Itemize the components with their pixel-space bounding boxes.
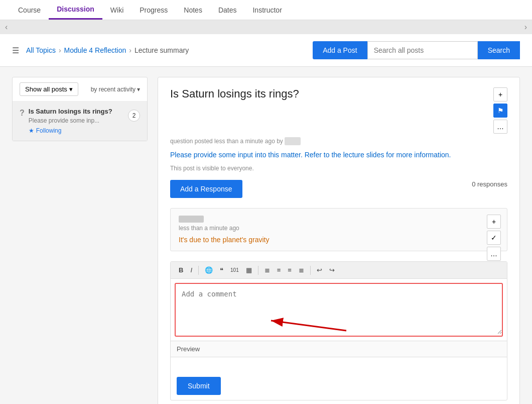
sidebar: Show all posts ▾ by recent activity ▾ ? … <box>12 77 148 141</box>
scroll-left-button[interactable]: ‹ <box>5 23 8 32</box>
tab-course[interactable]: Course <box>10 1 49 19</box>
editor-body <box>171 283 507 337</box>
image-button[interactable]: ▦ <box>243 265 255 275</box>
show-all-posts-button[interactable]: Show all posts ▾ <box>20 82 78 96</box>
post-list-title: Is Saturn losings its rings? <box>29 108 124 115</box>
breadcrumb-current: Lecture summary <box>135 46 189 54</box>
responses-count: 0 responses <box>472 180 507 188</box>
question-icon: ? <box>20 109 25 118</box>
post-actions: + ⚑ … <box>493 87 507 134</box>
editor-preview-label: Preview <box>171 341 507 357</box>
post-list-preview: Please provide some inp... <box>29 117 124 124</box>
response-time: less than a minute ago <box>179 225 499 232</box>
breadcrumb-all-topics[interactable]: All Topics <box>26 46 56 54</box>
header-bar: ☰ All Topics › Module 4 Reflection › Lec… <box>0 34 532 67</box>
submit-button[interactable]: Submit <box>177 377 221 395</box>
post-body: Please provide some input into this matt… <box>170 151 507 159</box>
toolbar-separator-2 <box>258 266 258 275</box>
post-visibility: This post is visible to everyone. <box>170 165 507 172</box>
response-expand-button[interactable]: + <box>487 215 501 229</box>
link-button[interactable]: 🌐 <box>202 265 216 275</box>
ol-button[interactable]: ≣ <box>261 265 273 275</box>
post-count-badge: 2 <box>128 110 140 122</box>
main-layout: Show all posts ▾ by recent activity ▾ ? … <box>0 67 532 404</box>
show-all-label: Show all posts <box>25 85 67 93</box>
preview-area <box>171 357 507 372</box>
italic-button[interactable]: I <box>187 265 195 275</box>
expand-button[interactable]: + <box>493 87 507 102</box>
red-arrow-svg <box>261 311 351 336</box>
chevron-down-icon: ▾ <box>69 85 73 93</box>
tab-discussion[interactable]: Discussion <box>49 0 102 20</box>
bookmark-button[interactable]: ⚑ <box>493 104 507 118</box>
response-text: It's due to the planet's gravity <box>179 236 499 244</box>
ul-button[interactable]: ≡ <box>274 265 284 275</box>
bold-button[interactable]: B <box>176 265 186 275</box>
editor-toolbar: B I 🌐 ❝ 101 ▦ ≣ ≡ ≡ ≣ ↩ ↪ <box>171 262 507 279</box>
breadcrumb-sep-1: › <box>59 46 61 54</box>
post-meta: question posted less than a minute ago b… <box>170 138 507 145</box>
tab-instructor[interactable]: Instructor <box>244 1 290 19</box>
align-full-button[interactable]: ≣ <box>296 265 307 275</box>
star-icon: ★ <box>29 127 34 134</box>
search-button[interactable]: Search <box>478 41 520 59</box>
code-button[interactable]: 101 <box>227 266 242 274</box>
align-left-button[interactable]: ≡ <box>285 265 295 275</box>
add-post-button[interactable]: Add a Post <box>313 41 367 59</box>
following-text: Following <box>36 127 62 134</box>
sidebar-controls: Show all posts ▾ by recent activity ▾ <box>13 77 147 102</box>
breadcrumb-module[interactable]: Module 4 Reflection <box>64 46 126 54</box>
avatar <box>179 216 204 223</box>
menu-icon[interactable]: ☰ <box>12 46 19 55</box>
sort-button[interactable]: by recent activity ▾ <box>91 86 140 93</box>
redo-button[interactable]: ↪ <box>326 265 338 275</box>
scroll-right-button[interactable]: › <box>524 23 527 32</box>
add-response-button[interactable]: Add a Response <box>170 180 242 198</box>
breadcrumb: ☰ All Topics › Module 4 Reflection › Lec… <box>12 46 189 55</box>
breadcrumb-sep-2: › <box>129 46 131 54</box>
search-input[interactable] <box>367 41 478 59</box>
response-check-button[interactable]: ✓ <box>487 231 501 245</box>
svg-line-1 <box>271 321 346 331</box>
following-label: ★ Following <box>29 127 124 134</box>
post-content: Is Saturn losings its rings? Please prov… <box>29 108 124 134</box>
post-title: Is Saturn losings its rings? <box>170 87 299 100</box>
tab-notes[interactable]: Notes <box>176 1 210 19</box>
undo-button[interactable]: ↩ <box>314 265 325 275</box>
post-meta-text: question posted less than a minute ago b… <box>170 138 283 145</box>
tab-dates[interactable]: Dates <box>210 1 245 19</box>
header-right: Add a Post Search <box>313 41 520 59</box>
list-item[interactable]: ? Is Saturn losings its rings? Please pr… <box>13 102 147 141</box>
scroll-hint-bar: ‹ › <box>0 20 532 34</box>
toolbar-separator-3 <box>310 266 311 275</box>
quote-button[interactable]: ❝ <box>217 265 226 275</box>
post-header: Is Saturn losings its rings? + ⚑ … <box>170 87 507 134</box>
content-area: Is Saturn losings its rings? + ⚑ … quest… <box>158 77 520 404</box>
sort-chevron-icon: ▾ <box>137 86 140 93</box>
response-block: less than a minute ago It's due to the p… <box>170 208 507 251</box>
comment-editor: B I 🌐 ❝ 101 ▦ ≣ ≡ ≡ ≣ ↩ ↪ <box>170 261 507 400</box>
sort-label: by recent activity <box>91 86 136 93</box>
tab-progress[interactable]: Progress <box>131 1 176 19</box>
top-nav: Course Discussion Wiki Progress Notes Da… <box>0 0 532 20</box>
post-author <box>285 137 301 145</box>
response-actions: + ✓ … <box>487 215 501 261</box>
response-more-button[interactable]: … <box>487 247 501 261</box>
tab-wiki[interactable]: Wiki <box>102 1 131 19</box>
toolbar-separator-1 <box>198 266 199 275</box>
more-options-button[interactable]: … <box>493 120 507 134</box>
